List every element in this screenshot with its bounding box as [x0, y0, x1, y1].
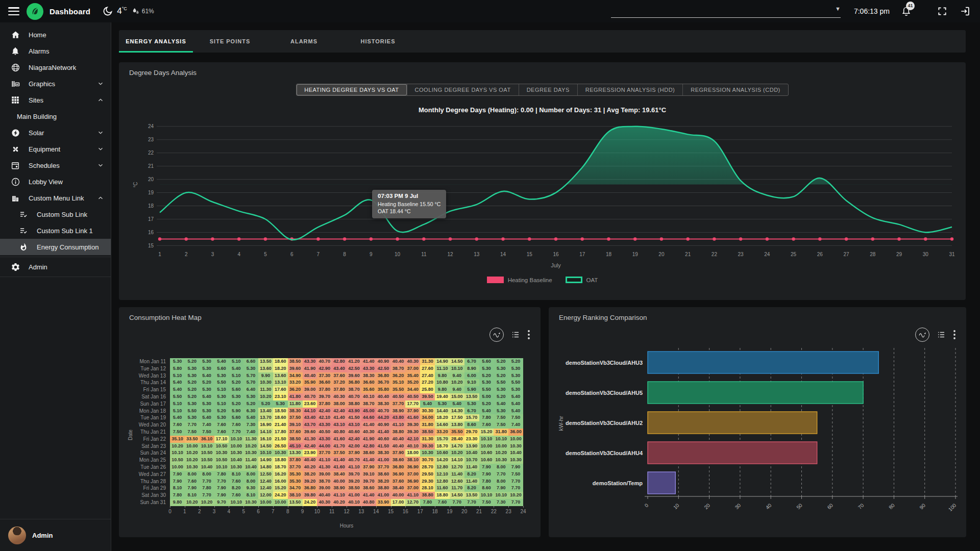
heatmap-row-label: Sat Jan 30	[129, 492, 170, 499]
heatmap-cell: 5.30	[243, 365, 258, 372]
sidebar-item-equipment[interactable]: Equipment	[0, 141, 111, 157]
sidebar-item-custom-menu-link[interactable]: Custom Menu Link	[0, 190, 111, 206]
heatmap-cell: 5.20	[229, 400, 243, 408]
sidebar-item-sites[interactable]: Sites	[0, 92, 111, 108]
heatmap-cell: 10.20	[170, 443, 185, 450]
svg-text:9: 9	[370, 252, 373, 257]
trend-select[interactable]: ▼	[611, 5, 841, 18]
sidebar-item-admin[interactable]: Admin	[0, 259, 111, 275]
heatmap-cell: 42.80	[332, 358, 347, 365]
heatmap-row-label: Sun Jan 17	[129, 400, 170, 408]
heatmap-cell: 5.30	[479, 379, 494, 386]
subtab-degree-days[interactable]: DEGREE DAYS	[519, 84, 577, 95]
bar-category-label: demoStationVb3Cloud/AHU4	[566, 450, 643, 456]
sidebar-item-custom-sub-link-1[interactable]: Custom Sub Link 1	[0, 222, 111, 239]
heatmap-cell: 10.10	[494, 492, 508, 499]
heatmap-cell: 41.00	[376, 492, 391, 499]
heatmap-cell: 11.10	[435, 365, 450, 372]
heatmap-cell: 35.50	[450, 429, 464, 436]
svg-text:21: 21	[685, 252, 691, 257]
heatmap-cell: 9.80	[170, 499, 185, 506]
heatmap-cell: 39.30	[420, 443, 435, 450]
tab-site-points[interactable]: SITE POINTS	[193, 30, 267, 53]
svg-text:23: 23	[148, 137, 154, 142]
legend-item-oat[interactable]: OAT	[566, 277, 598, 283]
subtab-regression-analysis-cdd[interactable]: REGRESSION ANALYSIS (CDD)	[682, 84, 788, 95]
sidebar-item-solar[interactable]: Solar	[0, 124, 111, 141]
heatmap-cell: 16.00	[273, 478, 288, 485]
heatmap-cell: 42.80	[361, 443, 376, 450]
sidebar-item-energy-consumption[interactable]: Energy Consumption	[0, 239, 111, 255]
heatmap-cell: 36.80	[376, 372, 391, 380]
sidebar-item-alarms[interactable]: Alarms	[0, 43, 111, 59]
heatmap-cell: 37.50	[332, 449, 347, 457]
heatmap-cell: 33.50	[185, 436, 200, 443]
sidebar-item-main-building[interactable]: Main Building	[0, 108, 111, 124]
user-avatar[interactable]	[8, 527, 26, 544]
heatmap-cell: 10.40	[508, 449, 523, 457]
heatmap-cell: 7.80	[170, 492, 185, 499]
heatmap-x-axis-label: Hours	[170, 523, 523, 529]
data-table-icon[interactable]	[937, 330, 946, 339]
heatmap-cell: 13.30	[288, 449, 303, 457]
data-table-icon[interactable]	[511, 330, 520, 339]
logout-button[interactable]	[960, 6, 971, 17]
sidebar-item-schedules[interactable]: Schedules	[0, 157, 111, 173]
sidebar-item-graphics[interactable]: Graphics	[0, 76, 111, 92]
heatmap-cell: 33.20	[288, 379, 303, 386]
bar-category-label: demoStationVb3Cloud/AHU3	[566, 360, 643, 366]
tab-alarms[interactable]: ALARMS	[267, 30, 341, 53]
heatmap-cell: 14.20	[435, 457, 450, 464]
subtab-heating-degree-days-vs-oat[interactable]: HEATING DEGREE DAYS VS OAT	[297, 84, 406, 95]
more-options-icon[interactable]	[953, 330, 956, 340]
svg-text:25: 25	[791, 252, 797, 257]
heatmap-cell: 38.40	[391, 485, 406, 492]
subtab-cooling-degree-days-vs-oat[interactable]: COOLING DEGREE DAYS VS OAT	[407, 84, 519, 95]
heatmap-cell: 40.10	[347, 499, 361, 506]
heatmap-cell: 12.70	[405, 499, 420, 506]
heatmap-cell: 16.20	[273, 471, 288, 478]
tab-histories[interactable]: HISTORIES	[341, 30, 415, 53]
heatmap-cell: 17.80	[273, 429, 288, 436]
heatmap-row-label: Wed Jan 27	[129, 471, 170, 478]
subtab-regression-analysis-hdd[interactable]: REGRESSION ANALYSIS (HDD)	[577, 84, 683, 95]
heatmap-cell: 10.30	[508, 457, 523, 464]
tab-energy-analysis[interactable]: ENERGY ANALYSIS	[119, 30, 193, 53]
heatmap-cell: 24.20	[273, 492, 288, 499]
heatmap-cell: 6.70	[464, 408, 479, 415]
heatmap-cell: 27.40	[420, 372, 435, 380]
heatmap-cell: 10.00	[508, 436, 523, 443]
heatmap-cell: 36.60	[317, 379, 332, 386]
sidebar-item-custom-sub-link[interactable]: Custom Sub Link	[0, 206, 111, 222]
trend-icon[interactable]	[489, 328, 504, 342]
heatmap-cell: 5.30	[508, 386, 523, 393]
more-options-icon[interactable]	[527, 330, 530, 340]
heatmap-cell: 29.50	[420, 471, 435, 478]
heatmap-cell: 14.80	[258, 464, 273, 471]
sidebar-item-lobby-view[interactable]: Lobby View	[0, 173, 111, 190]
heatmap-chart[interactable]: Date Mon Jan 115.305.205.305.405.106.601…	[129, 358, 523, 529]
ranking-bar-chart[interactable]: 0102030405060708090100demoStationVb3Clou…	[557, 347, 958, 531]
heatmap-cell: 40.30	[332, 393, 347, 400]
trend-icon[interactable]	[915, 328, 929, 342]
heatmap-cell: 5.30	[435, 400, 450, 408]
legend-item-heating-baseline[interactable]: Heating Baseline	[487, 277, 552, 283]
heatmap-cell: 39.80	[303, 492, 317, 499]
heatmap-cell: 38.30	[361, 372, 376, 380]
heatmap-cell: 35.30	[288, 478, 303, 485]
heatmap-cell: 12.40	[258, 485, 273, 492]
svg-text:16: 16	[553, 252, 559, 257]
menu-icon[interactable]	[8, 7, 19, 15]
sidebar-item-niagaranetwork[interactable]: NiagaraNetwork	[0, 59, 111, 76]
svg-text:5: 5	[264, 252, 267, 257]
heatmap-cell: 21.50	[273, 436, 288, 443]
heatmap-cell: 10.50	[214, 443, 229, 450]
degree-days-chart[interactable]: 1516171819202122232412345678910111213141…	[129, 118, 955, 271]
heatmap-cell: 39.10	[288, 421, 303, 429]
sidebar-item-home[interactable]: Home	[0, 27, 111, 43]
fullscreen-button[interactable]	[937, 6, 947, 16]
heatmap-cell: 5.20	[185, 393, 200, 400]
notifications-button[interactable]: 41	[901, 6, 912, 17]
sidebar-item-label: Custom Menu Link	[29, 194, 84, 202]
heatmap-cell: 5.30	[508, 365, 523, 372]
